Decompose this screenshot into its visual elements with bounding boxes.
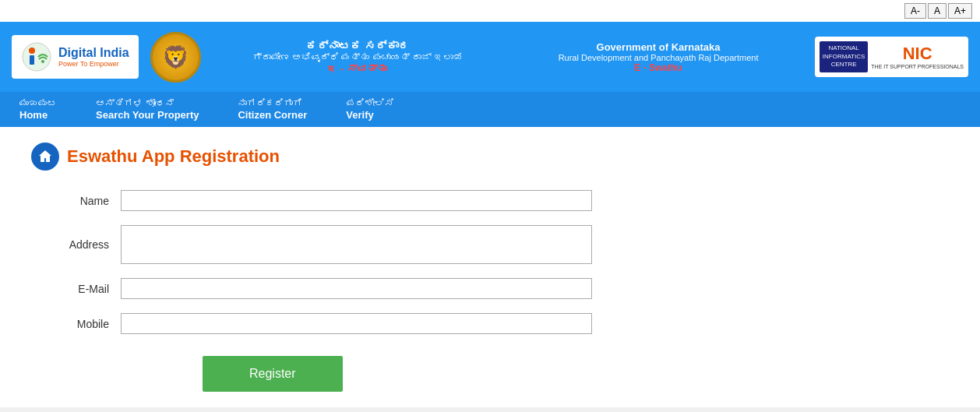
center-eswathu-kn: ಇ - ಸ್ವತ್ತು [327, 63, 387, 75]
nav-citizen-en: Citizen Corner [238, 109, 307, 121]
svg-point-1 [29, 48, 35, 54]
home-icon [31, 143, 59, 171]
digital-india-icon [21, 41, 52, 72]
digital-india-text: Digital India Power To Empower [58, 46, 129, 68]
svg-point-3 [41, 60, 44, 63]
nav-search-kn: ಆಸ್ತಿಗಳ ಶೋಧನೆ [96, 98, 174, 109]
nic-caption: THE IT SUPPORT PROFESSIONALS [871, 64, 964, 69]
address-input[interactable] [121, 225, 592, 264]
main-content: Eswathu App Registration Name Address E-… [0, 127, 980, 407]
page-title: Eswathu App Registration [67, 146, 280, 167]
nav-home[interactable]: ಮುಖಪುಟ Home [0, 92, 76, 127]
font-normal-button[interactable]: A [928, 3, 947, 19]
font-increase-button[interactable]: A+ [948, 3, 972, 19]
center-govt-text: ಕರ್ನಾಟಕ ಸರ್ಕಾರ ಗ್ರಾಮೀಣ ಅಭಿವೃದ್ಧಿ ಮತ್ತು ಪ… [213, 40, 502, 75]
nav-verify-en: Verify [346, 109, 373, 121]
font-controls-bar: A- A A+ [0, 0, 980, 22]
email-input[interactable] [121, 278, 592, 299]
right-govt-text: Government of Karnataka Rural Developmen… [513, 41, 803, 73]
nic-centre: CENTRE [823, 61, 865, 69]
register-button-row: Register [47, 348, 592, 392]
name-label: Name [47, 195, 109, 207]
right-dept-subtitle: Rural Development and Panchayath Raj Dep… [559, 53, 759, 62]
nic-informatics: INFORMATICS [823, 53, 865, 61]
right-govt-title: Government of Karnataka [597, 41, 721, 53]
name-input[interactable] [121, 190, 592, 211]
nav-search-property[interactable]: ಆಸ್ತಿಗಳ ಶೋಧನೆ Search Your Property [76, 92, 218, 127]
svg-rect-2 [30, 55, 34, 65]
nic-national: NATIONAL [823, 44, 865, 52]
right-eswathu-en: E - Swathu [634, 62, 682, 73]
nav-citizen-corner[interactable]: ನಾಗರಿಕರಿಗಾಗಿ Citizen Corner [218, 92, 326, 127]
mobile-row: Mobile [47, 313, 592, 334]
nav-home-kn: ಮುಖಪುಟ [19, 98, 57, 109]
digital-india-logo: Digital India Power To Empower [12, 35, 139, 79]
nav-verify-kn: ಪರಿಶೀಲಿಸಿ [346, 98, 394, 109]
nav-home-en: Home [19, 109, 48, 121]
register-button[interactable]: Register [203, 356, 343, 392]
digital-india-title: Digital India [58, 46, 129, 60]
email-label: E-Mail [47, 283, 109, 295]
nav-citizen-kn: ನಾಗರಿಕರಿಗಾಗಿ [238, 98, 302, 109]
page-title-row: Eswathu App Registration [31, 143, 949, 171]
address-label: Address [47, 238, 109, 251]
mobile-label: Mobile [47, 318, 109, 330]
digital-india-subtitle: Power To Empower [58, 60, 129, 68]
nav-verify[interactable]: ಪರಿಶೀಲಿಸಿ Verify [326, 92, 414, 127]
nav-search-en: Search Your Property [96, 109, 199, 121]
email-row: E-Mail [47, 278, 592, 299]
header: Digital India Power To Empower 🦁 ಕರ್ನಾಟಕ… [0, 22, 980, 92]
main-nav: ಮುಖಪುಟ Home ಆಸ್ತಿಗಳ ಶೋಧನೆ Search Your Pr… [0, 92, 980, 127]
font-decrease-button[interactable]: A- [904, 3, 926, 19]
nic-logo: NATIONAL INFORMATICS CENTRE NIC THE IT S… [815, 37, 968, 76]
center-kannada-subtitle: ಗ್ರಾಮೀಣ ಅಭಿವೃದ್ಧಿ ಮತ್ತು ಪಂಚಾಯತ್ ರಾಜ್ ಇಲಾ… [252, 52, 463, 63]
center-kannada-title: ಕರ್ನಾಟಕ ಸರ್ಕಾರ [305, 40, 409, 52]
nic-letters: NIC [903, 44, 932, 64]
name-row: Name [47, 190, 592, 211]
address-row: Address [47, 225, 592, 264]
registration-form: Name Address E-Mail Mobile Register [47, 190, 592, 392]
nic-box-text: NATIONAL INFORMATICS CENTRE [820, 41, 869, 72]
mobile-input[interactable] [121, 313, 592, 334]
karnataka-emblem: 🦁 [150, 32, 201, 83]
